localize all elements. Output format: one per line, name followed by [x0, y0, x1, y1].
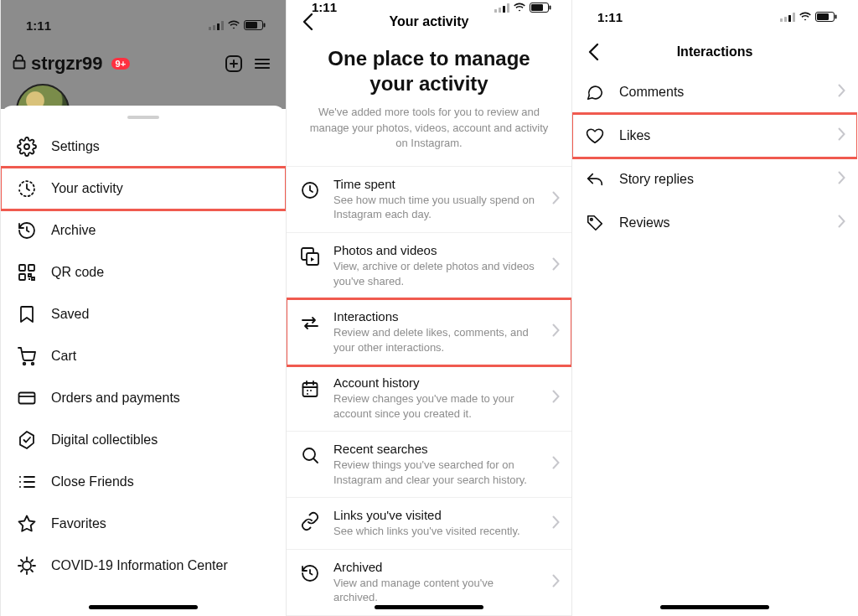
chevron-right-icon [838, 215, 845, 231]
menu-item-label: Your activity [51, 181, 123, 196]
menu-item-archive[interactable]: Archive [1, 210, 286, 251]
screen-your-activity: 1:11 Your activity One place to manage y… [286, 0, 571, 616]
card-icon [16, 387, 38, 409]
svg-rect-40 [835, 15, 837, 19]
row-subtitle: View, archive or delete photos and video… [333, 259, 538, 288]
list-icon [16, 471, 38, 493]
link-icon [298, 510, 322, 533]
gear-icon [16, 136, 38, 158]
status-time: 1:11 [597, 10, 623, 24]
row-interactions[interactable]: Interactions Review and delete likes, co… [287, 299, 571, 365]
row-title: Archived [333, 560, 538, 574]
row-title: Photos and videos [333, 243, 538, 257]
status-icons [494, 3, 551, 13]
svg-point-30 [307, 390, 308, 391]
svg-rect-11 [19, 274, 25, 280]
row-subtitle: Review things you've searched for on Ins… [333, 458, 538, 487]
home-indicator[interactable] [89, 605, 198, 609]
svg-point-32 [307, 393, 308, 395]
menu-item-favorites[interactable]: Favorites [1, 503, 286, 545]
menu-item-label: Archive [51, 223, 96, 238]
hamburger-menu-button[interactable] [251, 52, 274, 75]
qr-code-icon [16, 261, 38, 283]
dimmed-background: 1:11 strgzr99 9+ [1, 0, 286, 109]
bookmark-icon [16, 303, 38, 325]
menu-item-qr-code[interactable]: QR code [1, 251, 286, 293]
row-reviews[interactable]: Reviews [572, 201, 857, 245]
tag-icon [584, 212, 606, 234]
new-post-button[interactable] [222, 52, 246, 75]
menu-item-digital-collectibles[interactable]: Digital collectibles [1, 419, 286, 461]
sheet-grabber[interactable] [127, 116, 159, 119]
svg-rect-22 [507, 3, 509, 13]
status-icons [209, 20, 266, 30]
reply-icon [584, 168, 606, 190]
menu-item-cart[interactable]: Cart [1, 335, 286, 377]
row-title: Interactions [333, 309, 538, 324]
svg-rect-3 [221, 21, 224, 30]
row-time-spent[interactable]: Time spent See how much time you usually… [287, 167, 571, 233]
hero: One place to manage your activity We've … [287, 29, 571, 166]
status-time: 1:11 [26, 18, 51, 33]
lock-icon [13, 54, 26, 73]
row-title: Time spent [333, 177, 538, 191]
row-links-visited[interactable]: Links you've visited See which links you… [287, 498, 571, 550]
chevron-right-icon [552, 191, 560, 208]
home-indicator[interactable] [660, 605, 769, 609]
chevron-right-icon [552, 390, 560, 406]
row-comments[interactable]: Comments [572, 70, 857, 114]
svg-rect-6 [264, 23, 266, 28]
search-icon [298, 443, 322, 467]
menu-item-saved[interactable]: Saved [1, 293, 286, 335]
row-subtitle: Review changes you've made to your accou… [333, 391, 538, 421]
menu-item-label: Favorites [51, 516, 106, 531]
menu-item-close-friends[interactable]: Close Friends [1, 461, 286, 503]
menu-item-label: Saved [51, 307, 89, 322]
row-likes[interactable]: Likes [572, 114, 857, 158]
row-label: Comments [619, 85, 684, 100]
row-recent-searches[interactable]: Recent searches Review things you've sea… [287, 432, 571, 498]
svg-rect-10 [28, 265, 34, 271]
svg-rect-24 [531, 4, 543, 11]
row-story-replies[interactable]: Story replies [572, 158, 857, 201]
username[interactable]: strgzr99 [31, 53, 103, 75]
nav-title: Your activity [390, 14, 469, 29]
chevron-right-icon [552, 515, 560, 532]
back-button[interactable] [295, 9, 320, 34]
archive-history-icon [298, 562, 322, 585]
svg-rect-39 [817, 13, 829, 20]
chevron-right-icon [838, 127, 845, 144]
row-photos-videos[interactable]: Photos and videos View, archive or delet… [287, 233, 571, 299]
svg-point-41 [591, 219, 593, 221]
chevron-right-icon [838, 84, 845, 101]
notification-badge: 9+ [111, 58, 131, 70]
menu-item-settings[interactable]: Settings [1, 126, 286, 168]
back-button[interactable] [581, 39, 606, 65]
menu-item-your-activity[interactable]: Your activity [1, 168, 286, 210]
svg-point-31 [310, 390, 312, 391]
row-account-history[interactable]: Account history Review changes you've ma… [287, 365, 571, 432]
menu-item-label: Digital collectibles [51, 432, 158, 448]
home-indicator[interactable] [375, 605, 483, 609]
svg-rect-0 [209, 27, 211, 30]
chevron-right-icon [552, 456, 560, 473]
activity-icon [16, 178, 38, 199]
menu-item-label: Close Friends [51, 474, 134, 489]
comment-icon [584, 81, 606, 103]
svg-point-15 [19, 476, 21, 478]
nav-title: Interactions [677, 44, 753, 60]
hero-subtitle: We've added more tools for you to review… [305, 105, 553, 151]
menu-item-covid-info[interactable]: COVID-19 Information Center [1, 545, 286, 587]
menu-item-label: Orders and payments [51, 391, 180, 406]
row-label: Likes [619, 128, 650, 143]
svg-rect-14 [19, 393, 35, 404]
hexagon-check-icon [16, 429, 38, 451]
heart-icon [584, 125, 606, 147]
svg-rect-2 [217, 23, 220, 30]
screen-interactions: 1:11 Interactions Comments Likes [571, 0, 857, 616]
row-label: Reviews [619, 215, 669, 230]
cart-icon [16, 345, 38, 367]
menu-item-label: QR code [51, 265, 104, 280]
menu-item-orders-payments[interactable]: Orders and payments [1, 377, 286, 419]
interactions-list: Comments Likes Story replies Reviews [572, 70, 857, 245]
